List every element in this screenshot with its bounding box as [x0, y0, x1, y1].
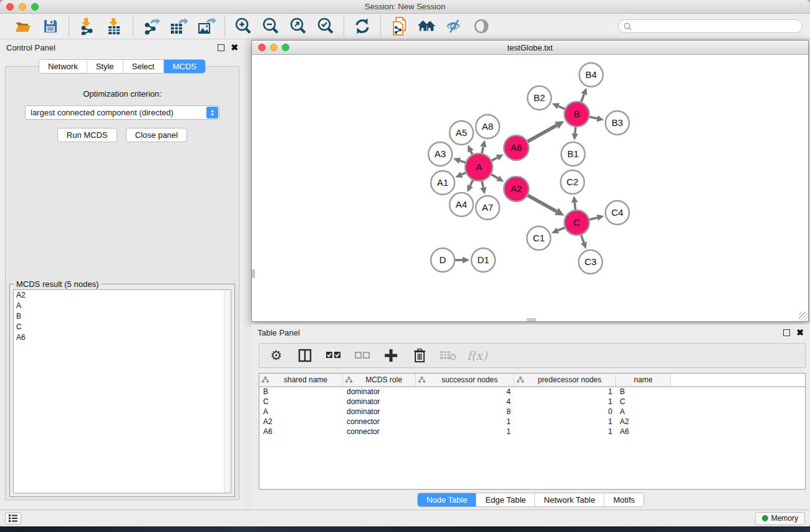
- graph-node-A[interactable]: A: [465, 153, 493, 181]
- criterion-dropdown[interactable]: largest connected component (directed) ▲…: [25, 105, 219, 120]
- close-window-button[interactable]: [6, 3, 14, 11]
- close-panel-button[interactable]: Close panel: [126, 128, 188, 142]
- graph-node-A1[interactable]: A1: [431, 171, 455, 195]
- open-session-icon[interactable]: [14, 17, 32, 36]
- table-cell[interactable]: 8: [416, 407, 514, 417]
- window-resize-grip[interactable]: [799, 312, 808, 321]
- save-session-icon[interactable]: [41, 17, 60, 36]
- graph-node-C2[interactable]: C2: [561, 170, 584, 194]
- table-row[interactable]: Cdominator41C: [259, 397, 805, 407]
- select-all-icon[interactable]: [325, 347, 342, 364]
- delete-table-icon[interactable]: [440, 347, 456, 364]
- mcds-result-item[interactable]: A2: [14, 290, 231, 301]
- function-builder-icon[interactable]: f(x): [469, 347, 485, 364]
- table-cell[interactable]: A2: [616, 417, 671, 427]
- delete-row-icon[interactable]: [412, 347, 428, 364]
- task-history-button[interactable]: [5, 512, 21, 525]
- zoom-out-icon[interactable]: [261, 17, 280, 36]
- run-mcds-button[interactable]: Run MCDS: [57, 128, 117, 142]
- export-network-icon[interactable]: [142, 17, 161, 36]
- table-cell[interactable]: 1: [514, 387, 616, 397]
- network-zoom-button[interactable]: [282, 44, 289, 51]
- table-tab-edge-table[interactable]: Edge Table: [476, 493, 534, 506]
- table-cell[interactable]: C: [259, 397, 343, 407]
- graph-node-C4[interactable]: C4: [605, 201, 629, 225]
- edge-A6-B[interactable]: [526, 125, 557, 142]
- graph-node-A7[interactable]: A7: [476, 196, 499, 220]
- zoom-window-button[interactable]: [31, 3, 39, 11]
- minimize-window-button[interactable]: [19, 3, 26, 11]
- graph-node-C1[interactable]: C1: [527, 226, 551, 250]
- table-cell[interactable]: 4: [416, 397, 514, 407]
- network-document-icon[interactable]: [390, 17, 408, 36]
- graph-node-B1[interactable]: B1: [561, 142, 585, 166]
- mcds-result-item[interactable]: C: [14, 322, 231, 332]
- columns-icon[interactable]: [297, 347, 313, 364]
- graph-node-A3[interactable]: A3: [428, 142, 452, 166]
- table-cell[interactable]: 0: [514, 407, 616, 417]
- table-cell[interactable]: 1: [416, 427, 514, 437]
- hide-eye-icon[interactable]: [445, 17, 463, 36]
- column-header-name[interactable]: name: [616, 374, 671, 386]
- export-table-icon[interactable]: [170, 17, 188, 36]
- zoom-selected-icon[interactable]: [316, 17, 335, 36]
- table-row[interactable]: A2connector11A2: [259, 417, 805, 427]
- close-table-panel-icon[interactable]: ✖: [796, 329, 804, 336]
- table-tab-network-table[interactable]: Network Table: [534, 493, 604, 506]
- app-titlebar[interactable]: Session: New Session: [0, 0, 810, 14]
- tab-select[interactable]: Select: [123, 60, 163, 73]
- table-cell[interactable]: dominator: [343, 407, 416, 417]
- tab-style[interactable]: Style: [87, 60, 123, 73]
- table-cell[interactable]: dominator: [343, 387, 416, 397]
- zoom-fit-icon[interactable]: [289, 17, 307, 36]
- edge-A2-C[interactable]: [526, 195, 557, 211]
- table-row[interactable]: Bdominator41B: [259, 387, 805, 397]
- graph-node-A6[interactable]: A6: [504, 135, 529, 160]
- table-tab-motifs[interactable]: Motifs: [604, 493, 644, 506]
- table-cell[interactable]: A: [259, 407, 343, 417]
- toolbar-search[interactable]: [618, 19, 803, 33]
- table-cell[interactable]: 1: [514, 397, 616, 407]
- column-header-MCDS-role[interactable]: MCDS role: [343, 374, 416, 386]
- refresh-icon[interactable]: [353, 17, 372, 36]
- export-image-icon[interactable]: [197, 17, 216, 36]
- graph-node-D[interactable]: D: [431, 248, 455, 272]
- table-row[interactable]: Adominator80A: [259, 407, 805, 417]
- table-cell[interactable]: B: [259, 387, 343, 397]
- memory-button[interactable]: Memory: [755, 512, 805, 525]
- table-tab-node-table[interactable]: Node Table: [418, 493, 476, 506]
- table-cell[interactable]: 1: [514, 427, 616, 437]
- graph-node-B3[interactable]: B3: [605, 111, 629, 135]
- graph-node-C3[interactable]: C3: [579, 250, 602, 274]
- table-cell[interactable]: C: [616, 397, 671, 407]
- network-canvas[interactable]: AA6A2BCA5A8A3A1A4A7B2B4B3B1C2C4C1C3DD1: [252, 55, 808, 321]
- table-cell[interactable]: 1: [514, 417, 616, 427]
- column-header-shared-name[interactable]: shared name: [259, 374, 343, 386]
- mcds-result-item[interactable]: B: [14, 311, 231, 322]
- close-panel-icon[interactable]: ✖: [231, 44, 238, 51]
- network-minimize-button[interactable]: [270, 44, 277, 51]
- tab-mcds[interactable]: MCDS: [163, 60, 205, 73]
- table-cell[interactable]: 1: [416, 417, 514, 427]
- table-cell[interactable]: 4: [416, 387, 514, 397]
- table-cell[interactable]: connector: [343, 417, 416, 427]
- column-header-successor-nodes[interactable]: successor nodes: [416, 374, 514, 386]
- import-network-icon[interactable]: [78, 17, 97, 36]
- node-table[interactable]: shared nameMCDS rolesuccessor nodesprede…: [259, 373, 806, 490]
- eye-icon[interactable]: [472, 17, 491, 36]
- tab-network[interactable]: Network: [39, 60, 87, 73]
- graph-node-C[interactable]: C: [564, 210, 589, 235]
- graph-node-A4[interactable]: A4: [450, 193, 473, 216]
- network-close-button[interactable]: [258, 44, 266, 51]
- network-window-titlebar[interactable]: testGlobe.txt: [252, 41, 808, 55]
- graph-node-A5[interactable]: A5: [450, 121, 473, 145]
- search-input[interactable]: [635, 22, 797, 31]
- mcds-result-list[interactable]: A2ABCA6: [13, 289, 231, 493]
- mcds-result-item[interactable]: A: [14, 301, 231, 311]
- column-header-predecessor-nodes[interactable]: predecessor nodes: [514, 374, 616, 386]
- zoom-in-icon[interactable]: [234, 17, 253, 36]
- home-icon[interactable]: [417, 17, 436, 36]
- graph-node-B4[interactable]: B4: [579, 63, 603, 87]
- graph-node-A8[interactable]: A8: [476, 115, 499, 138]
- table-cell[interactable]: A2: [259, 417, 343, 427]
